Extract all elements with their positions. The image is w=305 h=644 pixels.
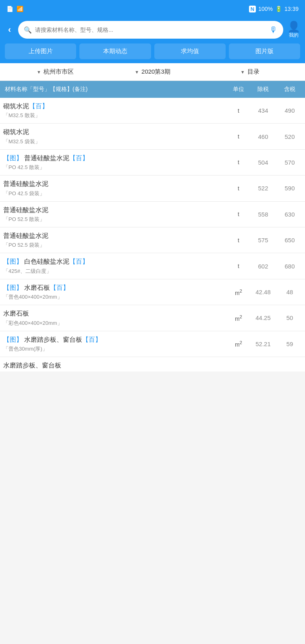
row-subtitle: 「普色400×400×20mm」	[3, 293, 228, 301]
row-extax: 602	[249, 263, 278, 270]
row-subtitle: 「425#、二级白度」	[3, 268, 228, 275]
row-subtitle: 「PO 52.5 袋装」	[3, 242, 228, 249]
region-label: 杭州市市区	[44, 68, 74, 76]
row-title: 普通硅酸盐水泥	[3, 206, 228, 215]
table-row[interactable]: 砌筑水泥【百】 「M32.5 散装」 t 434 490	[0, 98, 305, 124]
header-intax-col: 含税	[278, 86, 302, 93]
trends-btn[interactable]: 本期动态	[79, 43, 151, 59]
row-unit: m2	[228, 288, 249, 296]
table-body: 砌筑水泥【百】 「M32.5 散装」 t 434 490 砌筑水泥 「M32.5…	[0, 98, 305, 372]
table-row[interactable]: 【图】 水磨踏步板、窗台板【百】 「普色30mm(厚)」 m2 52.21 59	[0, 331, 305, 357]
row-title: 砌筑水泥	[3, 128, 228, 136]
header: ‹ 🔍 🎙 👤 我的	[0, 18, 305, 43]
row-intax: 650	[278, 237, 302, 244]
table-row[interactable]: 【图】 水磨石板【百】 「普色400×400×20mm」 m2 42.48 48	[0, 279, 305, 305]
period-arrow-icon: ▼	[135, 70, 139, 74]
row-name-wrap: 【图】 白色硅酸盐水泥【百】 「425#、二级白度」	[3, 257, 228, 275]
table-row[interactable]: 水磨石板 「彩色400×400×20mm」 m2 44.25 50	[0, 305, 305, 331]
row-unit: t	[228, 211, 249, 217]
row-extax: 522	[249, 185, 278, 192]
row-subtitle: 「普色30mm(厚)」	[3, 345, 228, 353]
row-name-wrap: 普通硅酸盐水泥 「PO 52.5 散装」	[3, 206, 228, 223]
row-name-wrap: 【图】 普通硅酸盐水泥【百】 「PO 42.5 散装」	[3, 154, 228, 171]
search-icon: 🔍	[24, 26, 32, 34]
search-input[interactable]	[35, 27, 266, 33]
row-name-wrap: 砌筑水泥【百】 「M32.5 散装」	[3, 102, 228, 119]
action-buttons-row: 上传图片 本期动态 求均值 图片版	[0, 43, 305, 63]
status-bar: 📄 📶 N 100% 🔋 13:39	[0, 0, 305, 18]
row-unit: t	[228, 133, 249, 140]
profile-label: 我的	[289, 32, 299, 39]
period-label: 2020第3期	[141, 68, 170, 76]
row-name-wrap: 普通硅酸盐水泥 「PO 42.5 袋装」	[3, 180, 228, 197]
table-row[interactable]: 普通硅酸盐水泥 「PO 52.5 散装」 t 558 630	[0, 202, 305, 227]
row-title: 普通硅酸盐水泥	[3, 180, 228, 188]
row-name-wrap: 【图】 水磨石板【百】 「普色400×400×20mm」	[3, 283, 228, 301]
table-row-partial[interactable]: 水磨踏步板、窗台板	[0, 357, 305, 372]
table-row[interactable]: 【图】 普通硅酸盐水泥【百】 「PO 42.5 散装」 t 504 570	[0, 150, 305, 175]
catalog-filter[interactable]: ▼ 目录	[201, 68, 299, 76]
row-title: 【图】 水磨踏步板、窗台板【百】	[3, 335, 228, 344]
row-title: 普通硅酸盐水泥	[3, 231, 228, 240]
row-name-wrap: 水磨石板 「彩色400×400×20mm」	[3, 309, 228, 326]
row-unit: t	[228, 107, 249, 114]
row-title: 水磨石板	[3, 309, 228, 318]
status-right: N 100% 🔋 13:39	[249, 6, 299, 12]
search-box[interactable]: 🔍 🎙	[18, 21, 283, 39]
average-btn[interactable]: 求均值	[154, 43, 226, 59]
row-unit: t	[228, 263, 249, 269]
row-intax: 490	[278, 107, 302, 114]
row-subtitle: 「M32.5 袋装」	[3, 138, 228, 145]
row-intax: 570	[278, 159, 302, 166]
row-intax: 630	[278, 211, 302, 218]
row-extax: 575	[249, 237, 278, 244]
back-button[interactable]: ‹	[5, 23, 14, 37]
row-name-wrap: 普通硅酸盐水泥 「PO 52.5 袋装」	[3, 231, 228, 249]
period-filter[interactable]: ▼ 2020第3期	[104, 68, 201, 76]
row-title: 【图】 白色硅酸盐水泥【百】	[3, 257, 228, 266]
table-row[interactable]: 【图】 白色硅酸盐水泥【百】 「425#、二级白度」 t 602 680	[0, 253, 305, 279]
header-name-col: 材料名称「型号」【规格】(备注)	[3, 86, 228, 93]
row-subtitle: 「M32.5 散装」	[3, 112, 228, 119]
row-extax: 504	[249, 159, 278, 166]
row-intax: 59	[278, 341, 302, 347]
file-icon: 📄	[6, 6, 13, 12]
table-row[interactable]: 普通硅酸盐水泥 「PO 42.5 袋装」 t 522 590	[0, 175, 305, 201]
profile-button[interactable]: 👤 我的	[287, 21, 300, 39]
status-left-icons: 📄 📶	[6, 6, 23, 12]
row-subtitle: 「PO 42.5 散装」	[3, 164, 228, 171]
catalog-label: 目录	[247, 68, 259, 76]
region-filter[interactable]: ▼ 杭州市市区	[6, 68, 104, 76]
row-intax: 50	[278, 314, 302, 321]
row-extax: 44.25	[249, 314, 278, 321]
filter-row: ▼ 杭州市市区 ▼ 2020第3期 ▼ 目录	[0, 63, 305, 81]
row-intax: 520	[278, 133, 302, 140]
row-title: 水磨踏步板、窗台板	[3, 361, 302, 370]
row-intax: 680	[278, 263, 302, 270]
table-row[interactable]: 砌筑水泥 「M32.5 袋装」 t 460 520	[0, 124, 305, 149]
profile-icon: 👤	[287, 21, 300, 32]
row-title: 【图】 水磨石板【百】	[3, 283, 228, 292]
time-display: 13:39	[284, 6, 299, 12]
table-header: 材料名称「型号」【规格】(备注) 单位 除税 含税	[0, 81, 305, 98]
row-extax: 434	[249, 107, 278, 114]
row-intax: 590	[278, 185, 302, 192]
row-extax: 52.21	[249, 341, 278, 347]
row-unit: t	[228, 185, 249, 192]
table-row[interactable]: 普通硅酸盐水泥 「PO 52.5 袋装」 t 575 650	[0, 227, 305, 253]
upload-btn[interactable]: 上传图片	[5, 43, 76, 59]
header-unit-col: 单位	[228, 86, 249, 93]
catalog-arrow-icon: ▼	[241, 70, 245, 74]
voice-icon[interactable]: 🎙	[270, 25, 278, 35]
header-extax-col: 除税	[249, 86, 278, 93]
row-extax: 42.48	[249, 289, 278, 295]
row-unit: t	[228, 159, 249, 165]
row-extax: 460	[249, 133, 278, 140]
row-name-wrap: 【图】 水磨踏步板、窗台板【百】 「普色30mm(厚)」	[3, 335, 228, 353]
row-subtitle: 「PO 42.5 袋装」	[3, 190, 228, 197]
imgversion-btn[interactable]: 图片版	[229, 43, 300, 59]
row-subtitle: 「彩色400×400×20mm」	[3, 320, 228, 327]
wifi-icon: 📶	[17, 6, 23, 12]
row-name-wrap: 砌筑水泥 「M32.5 袋装」	[3, 128, 228, 145]
battery-text: 100%	[258, 6, 273, 12]
